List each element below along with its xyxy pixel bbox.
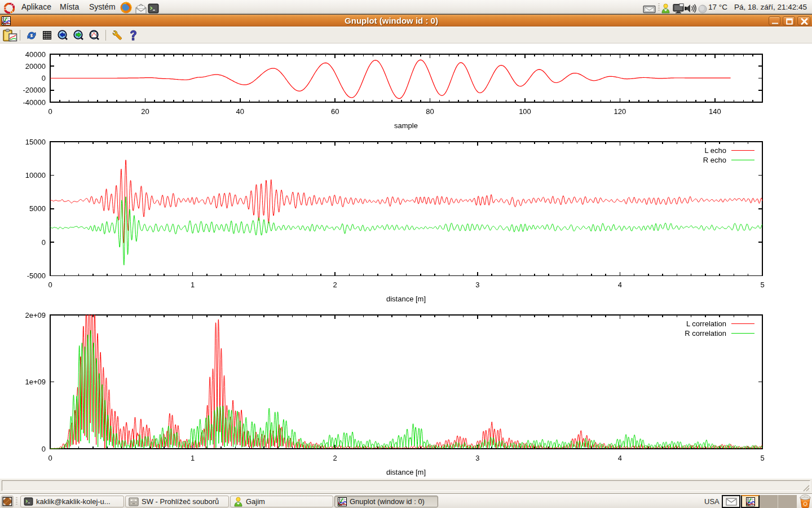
svg-text:sample: sample <box>394 121 418 130</box>
svg-text:2: 2 <box>333 454 337 462</box>
svg-text:4: 4 <box>618 454 622 462</box>
svg-text:5000: 5000 <box>29 204 46 213</box>
svg-text:60: 60 <box>331 107 339 116</box>
svg-text:100: 100 <box>519 107 531 116</box>
svg-text:2: 2 <box>333 281 337 289</box>
svg-text:-5000: -5000 <box>27 271 46 280</box>
svg-text:5: 5 <box>760 454 764 462</box>
svg-text:140: 140 <box>709 107 721 116</box>
svg-text:20000: 20000 <box>25 62 46 71</box>
svg-text:1: 1 <box>191 454 195 462</box>
svg-text:1e+09: 1e+09 <box>25 378 46 386</box>
svg-text:5: 5 <box>760 281 764 289</box>
svg-text:3: 3 <box>475 454 479 462</box>
svg-text:L correlation: L correlation <box>686 319 726 328</box>
svg-text:20: 20 <box>141 107 149 116</box>
svg-text:L echo: L echo <box>704 146 726 155</box>
svg-text:-40000: -40000 <box>23 98 46 107</box>
svg-text:distance [m]: distance [m] <box>386 468 426 476</box>
svg-text:0: 0 <box>48 281 52 289</box>
svg-text:2e+09: 2e+09 <box>25 311 46 319</box>
svg-text:1: 1 <box>191 281 195 289</box>
svg-text:40: 40 <box>236 107 244 116</box>
svg-text:120: 120 <box>614 107 626 116</box>
svg-text:15000: 15000 <box>25 138 46 146</box>
svg-text:-20000: -20000 <box>23 86 46 94</box>
svg-text:4: 4 <box>618 281 622 289</box>
svg-text:0: 0 <box>42 74 46 82</box>
svg-text:0: 0 <box>48 107 52 116</box>
svg-text:80: 80 <box>426 107 434 116</box>
svg-text:R echo: R echo <box>703 156 726 164</box>
svg-text:10000: 10000 <box>25 171 46 179</box>
svg-text:40000: 40000 <box>25 50 46 59</box>
svg-text:0: 0 <box>48 454 52 462</box>
svg-text:R correlation: R correlation <box>685 329 726 338</box>
svg-text:0: 0 <box>42 238 46 247</box>
svg-text:0: 0 <box>42 445 46 453</box>
svg-text:distance [m]: distance [m] <box>386 295 426 303</box>
svg-text:3: 3 <box>475 281 479 289</box>
